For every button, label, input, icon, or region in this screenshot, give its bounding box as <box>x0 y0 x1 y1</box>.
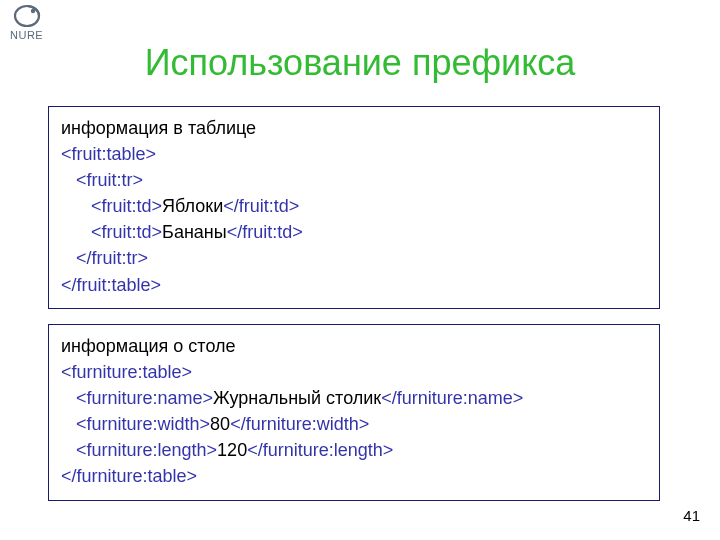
xml-text: Журнальный столик <box>213 388 381 408</box>
xml-tag: </fruit:tr> <box>61 248 148 268</box>
svg-point-1 <box>30 9 34 13</box>
box1-caption: информация в таблице <box>61 115 647 141</box>
xml-text: Яблоки <box>162 196 223 216</box>
xml-tag: <furniture:width> <box>61 414 210 434</box>
xml-tag: <furniture:table> <box>61 362 192 382</box>
slide-title: Использование префикса <box>0 42 720 84</box>
xml-text: 80 <box>210 414 230 434</box>
xml-tag: </fruit:td> <box>227 222 303 242</box>
box2-caption: информация о столе <box>61 333 647 359</box>
code-example-furniture: информация о столе <furniture:table> <fu… <box>48 324 660 501</box>
xml-tag: </fruit:td> <box>223 196 299 216</box>
logo: NURE <box>10 4 43 41</box>
xml-tag: </furniture:table> <box>61 466 197 486</box>
xml-tag: </fruit:table> <box>61 275 161 295</box>
xml-tag: <fruit:tr> <box>61 170 143 190</box>
xml-tag: <fruit:td> <box>61 196 162 216</box>
xml-tag: <furniture:length> <box>61 440 217 460</box>
xml-tag: </furniture:width> <box>230 414 369 434</box>
code-example-fruit: информация в таблице <fruit:table> <frui… <box>48 106 660 309</box>
logo-icon <box>13 4 41 28</box>
xml-tag: <fruit:td> <box>61 222 162 242</box>
xml-tag: </furniture:name> <box>381 388 523 408</box>
logo-text: NURE <box>10 29 43 41</box>
xml-tag: <furniture:name> <box>61 388 213 408</box>
xml-tag: </furniture:length> <box>247 440 393 460</box>
xml-text: 120 <box>217 440 247 460</box>
page-number: 41 <box>683 507 700 524</box>
xml-text: Бананы <box>162 222 227 242</box>
xml-tag: <fruit:table> <box>61 144 156 164</box>
